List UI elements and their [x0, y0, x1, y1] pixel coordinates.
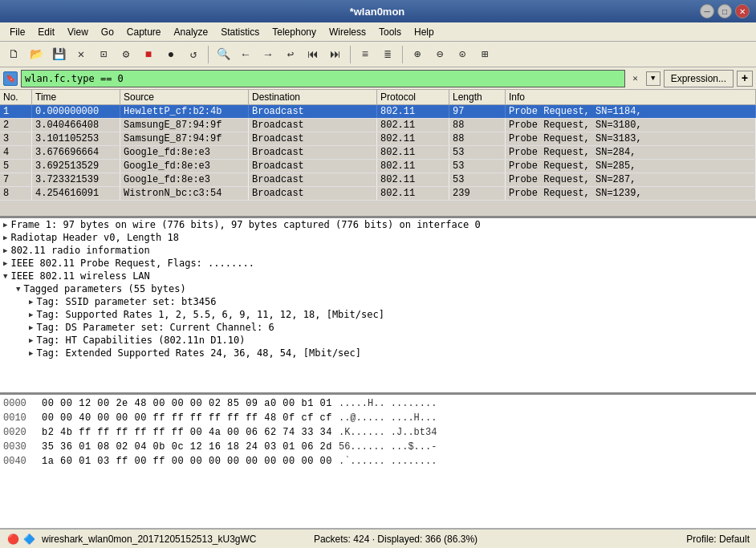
restart-capture-button[interactable]: ↺: [183, 44, 204, 65]
table-cell: Probe Request, SN=285,: [506, 160, 756, 173]
menu-item-tools[interactable]: Tools: [372, 25, 408, 39]
table-cell: 802.11: [377, 187, 449, 200]
collapse-icon[interactable]: ▼: [16, 285, 20, 293]
table-row[interactable]: 53.692513529Google_fd:8e:e3Broadcast802.…: [0, 160, 756, 173]
expand-icon[interactable]: ▶: [3, 233, 7, 242]
col-header-no[interactable]: No.: [0, 90, 32, 104]
go-forward-button[interactable]: →: [258, 44, 278, 65]
list-item[interactable]: ▶Tag: Supported Rates 1, 2, 5.5, 6, 9, 1…: [0, 308, 756, 321]
go-back-button[interactable]: ←: [235, 44, 256, 65]
table-cell: Broadcast: [249, 105, 377, 118]
menu-item-telephony[interactable]: Telephony: [266, 25, 323, 39]
status-filename: wireshark_wlan0mon_20171205152513_kU3gWC: [42, 534, 274, 545]
expand-icon[interactable]: ▶: [3, 246, 7, 254]
filter-clear-button[interactable]: ✕: [628, 71, 643, 86]
list-item[interactable]: ▶Radiotap Header v0, Length 18: [0, 231, 756, 244]
col-header-time[interactable]: Time: [32, 90, 120, 104]
menu-item-analyze[interactable]: Analyze: [168, 25, 215, 39]
stop-capture-button[interactable]: ●: [161, 44, 181, 65]
colorize-stream-button[interactable]: ≡: [355, 44, 376, 65]
maximize-button[interactable]: □: [717, 4, 732, 18]
hex-bytes: 1a 60 01 03 ff 00 ff 00 00 00 00 00 00 0…: [42, 455, 332, 468]
list-item[interactable]: ▶Tag: Extended Supported Rates 24, 36, 4…: [0, 347, 756, 359]
filter-bookmark-icon: 🔖: [3, 71, 18, 86]
zoom-out-button[interactable]: ⊖: [429, 44, 450, 65]
menu-item-file[interactable]: File: [3, 25, 31, 39]
table-row[interactable]: 33.101105253SamsungE_87:94:9fBroadcast80…: [0, 132, 756, 146]
list-item[interactable]: ▶IEEE 802.11 Probe Request, Flags: .....…: [0, 257, 756, 270]
col-header-info[interactable]: Info: [506, 90, 756, 104]
table-row[interactable]: 84.254616091WistronN_bc:c3:54Broadcast80…: [0, 187, 756, 201]
hex-dump: 000000 00 12 00 2e 48 00 00 00 02 85 09 …: [0, 395, 756, 529]
table-cell: HewlettP_cf:b2:4b: [120, 105, 249, 118]
start-capture-button[interactable]: ■: [138, 44, 159, 65]
add-filter-button[interactable]: +: [737, 71, 753, 87]
close-button[interactable]: ✕: [735, 4, 750, 18]
list-item[interactable]: ▶Tag: SSID parameter set: bt3456: [0, 295, 756, 308]
collapse-icon[interactable]: ▼: [3, 272, 7, 280]
table-cell: 802.11: [377, 105, 449, 118]
zoom-normal-button[interactable]: ⊙: [452, 44, 473, 65]
packet-details: ▶Frame 1: 97 bytes on wire (776 bits), 9…: [0, 218, 756, 395]
list-item[interactable]: ▶Frame 1: 97 bytes on wire (776 bits), 9…: [0, 218, 756, 231]
go-to-packet-button[interactable]: ↩: [280, 44, 301, 65]
window-controls[interactable]: ─ □ ✕: [700, 4, 750, 18]
hex-offset: 0030: [3, 440, 35, 453]
table-row[interactable]: 10.000000000HewlettP_cf:b2:4bBroadcast80…: [0, 105, 756, 119]
list-item[interactable]: ▼Tagged parameters (55 bytes): [0, 282, 756, 295]
menu-item-statistics[interactable]: Statistics: [214, 25, 266, 39]
col-header-destination[interactable]: Destination: [249, 90, 377, 104]
col-header-length[interactable]: Length: [449, 90, 506, 104]
expand-icon[interactable]: ▶: [3, 259, 7, 267]
minimize-button[interactable]: ─: [700, 4, 714, 18]
expand-icon[interactable]: ▶: [3, 221, 7, 229]
open-button[interactable]: 📂: [26, 44, 47, 65]
new-file-button[interactable]: 🗋: [3, 44, 24, 65]
table-row[interactable]: 43.676696664Google_fd:8e:e3Broadcast802.…: [0, 146, 756, 160]
filter-dropdown-button[interactable]: ▼: [646, 71, 660, 86]
expand-icon[interactable]: ▶: [29, 336, 33, 344]
reload-button[interactable]: ⊡: [93, 44, 114, 65]
col-header-protocol[interactable]: Protocol: [377, 90, 449, 104]
table-cell: 5: [0, 160, 32, 173]
menu-item-capture[interactable]: Capture: [120, 25, 168, 39]
packet-list-body[interactable]: 10.000000000HewlettP_cf:b2:4bBroadcast80…: [0, 105, 756, 216]
detail-text: Tag: SSID parameter set: bt3456: [36, 296, 216, 307]
table-row[interactable]: 73.723321539Google_fd:8e:e3Broadcast802.…: [0, 173, 756, 187]
close-file-button[interactable]: ✕: [71, 44, 91, 65]
table-cell: 2: [0, 119, 32, 132]
menu-item-go[interactable]: Go: [95, 25, 120, 39]
filter-input[interactable]: [21, 70, 625, 87]
detail-text: IEEE 802.11 Probe Request, Flags: ......…: [10, 258, 254, 269]
find-button[interactable]: 🔍: [213, 44, 234, 65]
zoom-in-button[interactable]: ⊕: [407, 44, 428, 65]
list-item[interactable]: ▶Tag: DS Parameter set: Current Channel:…: [0, 321, 756, 334]
expand-icon[interactable]: ▶: [29, 323, 33, 331]
menu-item-edit[interactable]: Edit: [31, 25, 61, 39]
save-button[interactable]: 💾: [48, 44, 69, 65]
hex-offset: 0000: [3, 397, 35, 410]
menu-item-wireless[interactable]: Wireless: [323, 25, 372, 39]
table-cell: Probe Request, SN=3180,: [506, 119, 756, 132]
expand-icon[interactable]: ▶: [29, 349, 33, 357]
list-item[interactable]: ▶Tag: HT Capabilities (802.11n D1.10): [0, 334, 756, 347]
resize-columns-button[interactable]: ⊞: [474, 44, 495, 65]
shark-icon[interactable]: 🔷: [22, 533, 35, 546]
menu-item-help[interactable]: Help: [408, 25, 441, 39]
detail-text: Radiotap Header v0, Length 18: [10, 232, 179, 243]
expand-icon[interactable]: ▶: [29, 298, 33, 306]
list-item[interactable]: ▶802.11 radio information: [0, 244, 756, 257]
capture-options-button[interactable]: ⚙: [116, 44, 136, 65]
capture-status-icon[interactable]: 🔴: [6, 533, 19, 546]
last-packet-button[interactable]: ⏭: [325, 44, 346, 65]
table-cell: Probe Request, SN=1184,: [506, 105, 756, 118]
first-packet-button[interactable]: ⏮: [303, 44, 323, 65]
table-row[interactable]: 23.040466408SamsungE_87:94:9fBroadcast80…: [0, 119, 756, 132]
menu-item-view[interactable]: View: [61, 25, 95, 39]
auto-scroll-button[interactable]: ≣: [377, 44, 398, 65]
expression-button[interactable]: Expression...: [664, 70, 734, 87]
table-cell: Probe Request, SN=1239,: [506, 187, 756, 200]
expand-icon[interactable]: ▶: [29, 311, 33, 319]
list-item[interactable]: ▼IEEE 802.11 wireless LAN: [0, 270, 756, 282]
col-header-source[interactable]: Source: [120, 90, 249, 104]
